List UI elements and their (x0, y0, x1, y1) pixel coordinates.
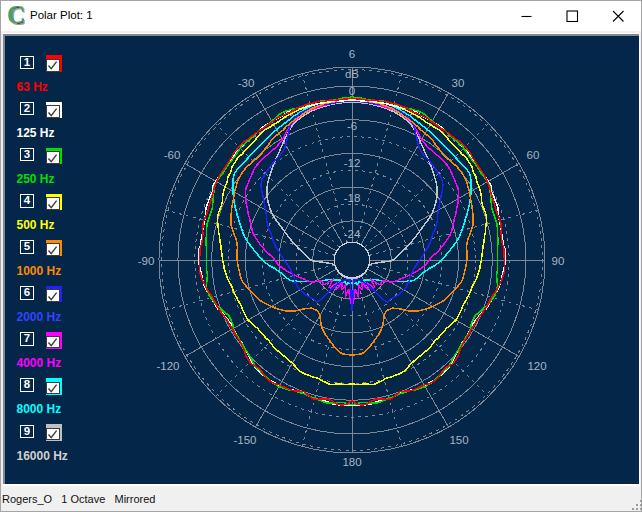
svg-text:150: 150 (449, 434, 468, 446)
svg-text:120: 120 (527, 360, 546, 372)
svg-text:-6: -6 (347, 120, 357, 132)
svg-text:-90: -90 (138, 255, 155, 267)
svg-text:-12: -12 (344, 157, 361, 169)
svg-text:0: 0 (349, 85, 355, 97)
svg-text:-120: -120 (156, 360, 179, 372)
svg-text:-60: -60 (164, 149, 181, 161)
svg-text:180: 180 (342, 456, 361, 468)
svg-text:30: 30 (452, 77, 465, 89)
svg-text:-30: -30 (238, 77, 255, 89)
svg-text:-150: -150 (233, 434, 256, 446)
svg-text:90: 90 (552, 255, 565, 267)
svg-text:6: 6 (349, 48, 355, 60)
svg-text:-24: -24 (344, 228, 361, 240)
svg-text:-18: -18 (344, 192, 361, 204)
svg-text:dB: dB (345, 68, 359, 80)
svg-text:60: 60 (527, 149, 540, 161)
